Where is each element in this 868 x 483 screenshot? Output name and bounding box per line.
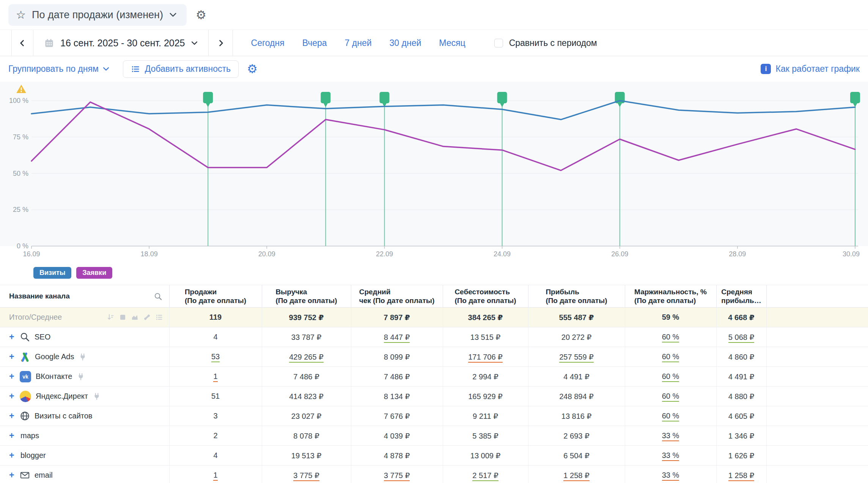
- empty-cell: [766, 327, 868, 347]
- metric-value: 7 486 ₽: [293, 373, 319, 381]
- expand-button[interactable]: +: [9, 431, 18, 441]
- metric-value: 9 211 ₽: [473, 412, 498, 420]
- col-header-margin[interactable]: Маржинальность, %(По дате оплаты): [625, 285, 716, 308]
- metric-cell: 7 676 ₽: [351, 406, 443, 426]
- channel-name: Google Ads: [35, 352, 74, 361]
- expand-button[interactable]: +: [9, 450, 18, 461]
- list-icon[interactable]: [155, 313, 163, 321]
- quick-range-7days[interactable]: 7 дней: [345, 38, 372, 48]
- globe-icon: [20, 411, 30, 421]
- warning-icon[interactable]: [16, 84, 27, 95]
- metric-value: 59 %: [662, 313, 679, 321]
- empty-cell: [766, 308, 868, 327]
- expand-button[interactable]: +: [9, 391, 18, 401]
- sort-numeric-icon[interactable]: [107, 313, 115, 321]
- metric-cell: 60 %: [625, 406, 716, 426]
- expand-button[interactable]: +: [9, 371, 18, 382]
- channel-name: maps: [20, 431, 39, 440]
- metric-value[interactable]: 33 %: [662, 471, 679, 481]
- metric-cell: 4 878 ₽: [351, 446, 443, 466]
- activity-marker[interactable]: [850, 92, 860, 103]
- empty-cell: [766, 387, 868, 406]
- metric-value[interactable]: 3 775 ₽: [384, 471, 410, 481]
- metric-value[interactable]: 8 447 ₽: [384, 333, 410, 343]
- metric-value[interactable]: 1 258 ₽: [563, 471, 589, 481]
- date-range-picker[interactable]: 16 сент. 2025 - 30 сент. 2025: [33, 30, 209, 56]
- star-icon[interactable]: ☆: [16, 9, 26, 21]
- metric-cell: 33 %: [625, 446, 716, 466]
- metric-value[interactable]: 60 %: [662, 333, 679, 343]
- legend-leads[interactable]: Заявки: [76, 267, 112, 279]
- metric-value[interactable]: 1: [213, 471, 217, 481]
- metric-value: 119: [209, 313, 222, 321]
- group-by-label: Группировать по дням: [8, 64, 99, 74]
- report-selector[interactable]: ☆ По дате продажи (изменен): [8, 4, 187, 26]
- metric-value[interactable]: 60 %: [662, 352, 679, 362]
- col-header-cost[interactable]: Себестоимость(По дате оплаты): [443, 285, 528, 308]
- metric-value[interactable]: 33 %: [662, 451, 679, 461]
- metric-value[interactable]: 60 %: [662, 392, 679, 402]
- metric-value: 1 346 ₽: [728, 432, 754, 440]
- expand-button[interactable]: +: [9, 332, 18, 342]
- col-header-avg-profit[interactable]: Средняяприбыль…: [716, 285, 766, 308]
- metric-cell: 60 %: [625, 387, 716, 406]
- metric-value[interactable]: 53: [211, 352, 220, 362]
- chart-settings-gear-icon[interactable]: ⚙: [247, 63, 258, 75]
- prev-period-button[interactable]: [11, 30, 33, 56]
- quick-range-yesterday[interactable]: Вчера: [302, 38, 327, 48]
- channel-name: Визиты с сайтов: [35, 412, 92, 420]
- table-row: +maps28 078 ₽4 039 ₽5 385 ₽2 693 ₽33 %1 …: [0, 426, 868, 446]
- search-icon[interactable]: [154, 292, 162, 301]
- metric-value[interactable]: 1: [213, 372, 217, 382]
- metric-value[interactable]: 257 559 ₽: [559, 353, 594, 363]
- activity-marker[interactable]: [203, 92, 213, 103]
- col-header-avg-check[interactable]: Среднийчек (По дате оплаты): [351, 285, 443, 308]
- expand-button[interactable]: +: [9, 411, 18, 421]
- legend-visits[interactable]: Визиты: [33, 267, 71, 279]
- metric-value[interactable]: 2 517 ₽: [472, 471, 498, 481]
- metric-cell: 3 775 ₽: [262, 466, 351, 483]
- expand-button[interactable]: +: [9, 352, 18, 362]
- expand-button[interactable]: +: [9, 470, 18, 480]
- quick-range-today[interactable]: Сегодня: [251, 38, 285, 48]
- metric-value[interactable]: 429 265 ₽: [289, 353, 324, 363]
- area-chart-icon[interactable]: [131, 313, 139, 321]
- y-axis-label: 100 %: [9, 97, 28, 104]
- date-range-label: 16 сент. 2025 - 30 сент. 2025: [60, 38, 185, 49]
- metric-value[interactable]: 60 %: [662, 412, 679, 421]
- metric-cell: 7 486 ₽: [351, 367, 443, 387]
- col-header-sales[interactable]: Продажи(По дате оплаты): [169, 285, 262, 308]
- how-chart-works-link[interactable]: i Как работает график: [761, 64, 860, 74]
- phone-icon[interactable]: [143, 313, 151, 321]
- col-header-revenue[interactable]: Выручка(По дате оплаты): [262, 285, 351, 308]
- metric-value[interactable]: 171 706 ₽: [468, 353, 503, 363]
- activity-marker[interactable]: [321, 92, 330, 103]
- compare-period[interactable]: Сравнить с периодом: [494, 30, 597, 56]
- group-by-dropdown[interactable]: Группировать по дням: [8, 64, 109, 74]
- metric-value: 4 860 ₽: [728, 353, 754, 361]
- metric-cell: 414 823 ₽: [262, 387, 351, 406]
- metric-value[interactable]: 1 258 ₽: [728, 471, 754, 481]
- settings-gear-icon[interactable]: ⚙: [196, 9, 206, 21]
- metric-value[interactable]: 3 775 ₽: [293, 471, 319, 481]
- empty-cell: [766, 466, 868, 483]
- x-axis-label: 18.09: [141, 250, 158, 258]
- chevron-down-icon: [103, 67, 109, 71]
- compare-checkbox[interactable]: [494, 39, 503, 47]
- next-period-button[interactable]: [209, 30, 233, 56]
- quick-range-30days[interactable]: 30 дней: [390, 38, 421, 48]
- add-activity-button[interactable]: Добавить активность: [123, 60, 239, 78]
- metric-value[interactable]: 33 %: [662, 431, 679, 441]
- metric-cell: 13 816 ₽: [528, 406, 625, 426]
- metric-value[interactable]: 60 %: [662, 372, 679, 382]
- metric-value[interactable]: 5 068 ₽: [728, 333, 754, 343]
- metric-cell: 60 %: [625, 367, 716, 387]
- table-row: +email13 775 ₽3 775 ₽2 517 ₽1 258 ₽33 %1…: [0, 466, 868, 483]
- col-header-profit[interactable]: Прибыль(По дате оплаты): [528, 285, 625, 308]
- x-axis-label: 22.09: [376, 250, 393, 258]
- info-icon: i: [761, 64, 771, 74]
- activity-marker[interactable]: [379, 92, 389, 103]
- quick-range-month[interactable]: Месяц: [439, 38, 465, 48]
- square-icon[interactable]: [119, 313, 127, 321]
- activity-marker[interactable]: [497, 92, 507, 103]
